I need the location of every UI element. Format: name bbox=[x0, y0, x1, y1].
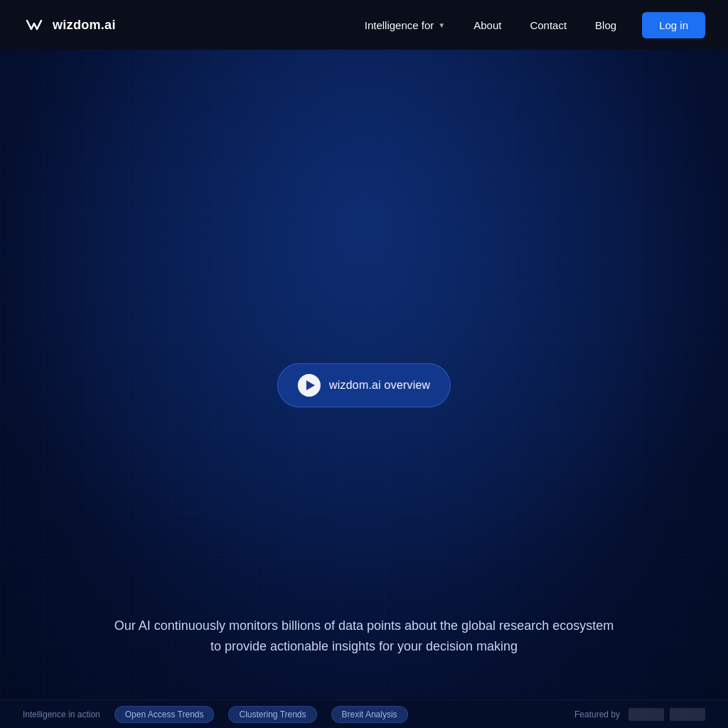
play-button[interactable]: wizdom.ai overview bbox=[277, 363, 451, 407]
play-icon bbox=[298, 374, 321, 397]
tagline-section: Our AI continuously monitors billions of… bbox=[0, 616, 728, 657]
play-triangle bbox=[306, 380, 314, 390]
pill-open-access[interactable]: Open Access Trends bbox=[114, 706, 215, 723]
logo-icon bbox=[23, 14, 46, 36]
pill-brexit[interactable]: Brexit Analysis bbox=[331, 706, 408, 723]
hero-section: wizdom.ai overview Our AI continuously m… bbox=[0, 0, 728, 728]
nav-item-contact[interactable]: Contact bbox=[515, 14, 581, 37]
tagline-line2: to provide actionable insights for your … bbox=[210, 639, 518, 653]
nav-item-blog[interactable]: Blog bbox=[581, 14, 631, 37]
login-button[interactable]: Log in bbox=[642, 12, 705, 38]
featured-logos bbox=[628, 708, 705, 721]
featured-logo-1 bbox=[628, 708, 664, 721]
intelligence-label: Intelligence in action bbox=[23, 710, 100, 719]
featured-logo-2 bbox=[670, 708, 705, 721]
tagline-text: Our AI continuously monitors billions of… bbox=[80, 616, 648, 657]
play-button-container: wizdom.ai overview bbox=[277, 363, 451, 407]
nav-item-intelligence[interactable]: Intelligence for ▼ bbox=[350, 14, 459, 37]
featured-section: Featured by bbox=[574, 708, 705, 721]
nav-item-about[interactable]: About bbox=[459, 14, 515, 37]
brand-name: wizdom.ai bbox=[53, 18, 116, 33]
play-button-label: wizdom.ai overview bbox=[329, 379, 430, 392]
chevron-down-icon: ▼ bbox=[438, 21, 445, 29]
pill-clustering[interactable]: Clustering Trends bbox=[228, 706, 316, 723]
navbar: wizdom.ai Intelligence for ▼ About Conta… bbox=[0, 0, 728, 50]
bottom-bar: Intelligence in action Open Access Trend… bbox=[0, 700, 728, 728]
featured-label: Featured by bbox=[574, 710, 620, 719]
tagline-line1: Our AI continuously monitors billions of… bbox=[114, 619, 614, 633]
nav-menu: Intelligence for ▼ About Contact Blog Lo… bbox=[350, 12, 705, 38]
brand-logo[interactable]: wizdom.ai bbox=[23, 14, 116, 36]
